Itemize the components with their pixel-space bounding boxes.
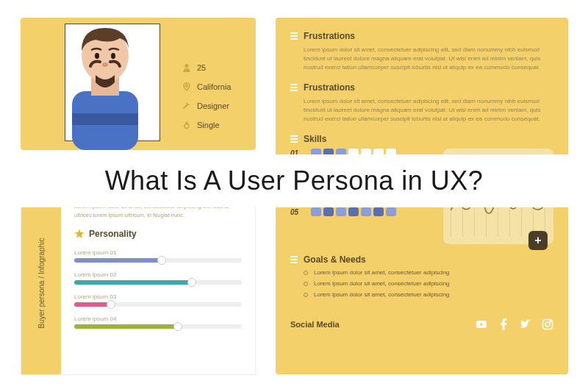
skill-blocks — [311, 207, 396, 216]
trait-label: Lorem ipsum 04 — [74, 316, 242, 322]
personality-card: Buyer persona / Infographic Lorem ipsum … — [21, 191, 256, 375]
add-button[interactable]: + — [528, 231, 548, 250]
bars-icon — [290, 135, 298, 143]
star-icon — [74, 229, 85, 239]
meta-value: 25 — [197, 63, 206, 72]
personality-heading: Personality — [74, 229, 242, 239]
trait-slider[interactable] — [74, 258, 242, 263]
svg-point-7 — [185, 64, 189, 68]
skill-row: 05 — [290, 207, 430, 216]
goal-text: Lorem ipsum dolor sit amet, consectetuer… — [314, 269, 450, 276]
section-title: Frustrations — [304, 82, 355, 93]
meta-status: Single — [182, 121, 231, 129]
personality-title: Personality — [89, 229, 137, 239]
ring-icon — [182, 121, 191, 129]
persona-portrait — [50, 10, 168, 154]
trait-label: Lorem ipsum 03 — [74, 293, 242, 300]
pin-icon — [182, 82, 191, 91]
svg-point-13 — [545, 322, 550, 327]
meta-value: California — [197, 82, 231, 91]
trait-label: Lorem ipsum 02 — [74, 271, 242, 278]
card-side-label: Buyer persona / Infographic — [21, 192, 61, 374]
wrench-icon — [182, 101, 191, 110]
svg-point-8 — [186, 85, 188, 87]
bars-icon — [290, 32, 298, 40]
goals-section: Goals & Needs Lorem ipsum dolor sit amet… — [290, 254, 553, 298]
svg-point-4 — [95, 53, 99, 59]
facebook-icon[interactable] — [498, 318, 509, 330]
trait-row: Lorem ipsum 02 — [74, 271, 242, 285]
side-label-text: Buyer persona / Infographic — [37, 238, 46, 329]
goal-text: Lorem ipsum dolor sit amet, consectetuer… — [314, 291, 450, 298]
goal-text: Lorem ipsum dolor sit amet, consectetuer… — [314, 280, 450, 287]
trait-row: Lorem ipsum 03 — [74, 293, 242, 307]
goal-item: Lorem ipsum dolor sit amet, consectetuer… — [304, 291, 553, 298]
social-media-row: Social Media — [290, 310, 553, 330]
page-title: What Is A User Persona in UX? — [105, 165, 484, 196]
persona-card-top-left: 25 California Designer Single — [21, 18, 256, 150]
frustrations-section-1: Frustrations Lorem ipsum dolor sit amet,… — [290, 31, 553, 72]
instagram-icon[interactable] — [542, 318, 553, 330]
trait-slider[interactable] — [74, 302, 242, 307]
person-icon — [182, 63, 191, 72]
trait-label: Lorem ipsum 01 — [74, 249, 242, 256]
title-overlay: What Is A User Persona in UX? — [0, 154, 588, 207]
trait-slider[interactable] — [74, 324, 242, 329]
meta-role: Designer — [182, 101, 231, 110]
trait-row: Lorem ipsum 04 — [74, 316, 242, 329]
meta-value: Designer — [197, 101, 229, 110]
trait-row: Lorem ipsum 01 — [74, 249, 242, 263]
trait-slider[interactable] — [74, 280, 242, 285]
svg-point-5 — [111, 53, 115, 59]
social-label: Social Media — [290, 320, 340, 329]
section-body: Lorem ipsum dolor sit amet, consectetuer… — [290, 97, 553, 124]
frustrations-section-2: Frustrations Lorem ipsum dolor sit amet,… — [290, 82, 553, 124]
section-title: Goals & Needs — [304, 254, 366, 265]
bullet-icon — [304, 293, 308, 297]
svg-point-14 — [550, 321, 551, 322]
meta-age: 25 — [182, 63, 231, 72]
goal-item: Lorem ipsum dolor sit amet, consectetuer… — [304, 269, 553, 276]
twitter-icon[interactable] — [520, 318, 531, 330]
bars-icon — [290, 256, 298, 263]
bullet-icon — [304, 282, 308, 286]
section-title: Skills — [304, 134, 326, 144]
section-body: Lorem ipsum dolor sit amet, consectetuer… — [290, 46, 553, 72]
meta-location: California — [182, 82, 231, 91]
avatar-illustration — [50, 10, 160, 150]
bars-icon — [290, 84, 298, 91]
svg-point-6 — [102, 63, 108, 67]
svg-rect-1 — [72, 113, 138, 125]
persona-meta-list: 25 California Designer Single — [182, 63, 231, 129]
skill-number: 05 — [290, 208, 304, 216]
section-title: Frustrations — [304, 31, 355, 41]
meta-value: Single — [197, 121, 220, 129]
youtube-icon[interactable] — [476, 318, 487, 330]
bullet-icon — [304, 271, 308, 275]
svg-point-9 — [184, 124, 189, 129]
goal-item: Lorem ipsum dolor sit amet, consectetuer… — [304, 280, 553, 287]
